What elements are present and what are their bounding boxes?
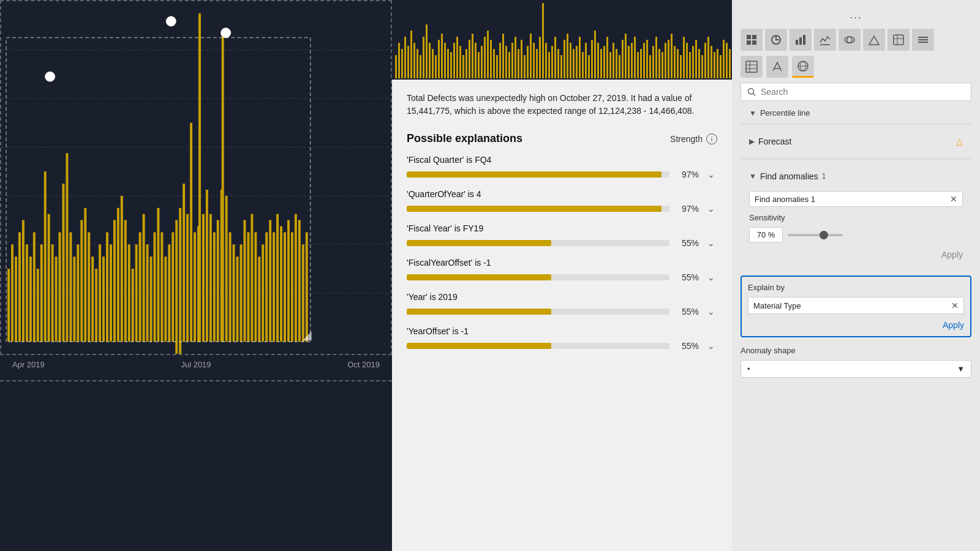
info-icon[interactable]: i [706, 133, 717, 144]
svg-rect-113 [444, 43, 446, 78]
svg-rect-75 [251, 214, 253, 342]
svg-point-216 [845, 37, 854, 43]
anomalies-apply-button[interactable]: Apply [749, 247, 963, 262]
svg-rect-129 [493, 49, 495, 78]
vis-icon-1[interactable] [741, 29, 763, 51]
svg-rect-70 [233, 244, 235, 342]
svg-rect-171 [622, 40, 624, 78]
svg-rect-119 [462, 55, 464, 78]
vis-icon-2[interactable] [765, 29, 787, 51]
svg-rect-120 [466, 49, 467, 78]
svg-rect-183 [658, 49, 660, 78]
vis-icon-8[interactable] [912, 29, 934, 51]
vis-icon-4[interactable] [814, 29, 836, 51]
svg-rect-21 [59, 232, 61, 342]
svg-rect-162 [594, 31, 596, 78]
svg-rect-161 [591, 40, 593, 78]
svg-rect-88 [298, 220, 301, 342]
expand-explanation-button[interactable]: ⌄ [705, 168, 717, 181]
find-anomalies-close-icon[interactable]: ✕ [950, 194, 957, 204]
sensitivity-row: Sensitivity [749, 213, 963, 222]
svg-rect-187 [671, 34, 673, 78]
format-tool-icon[interactable] [766, 56, 788, 78]
anomaly-shape-select[interactable]: • ▼ [741, 360, 971, 378]
explain-by-input-row[interactable]: Material Type ✕ [748, 297, 964, 314]
svg-rect-51 [168, 244, 170, 342]
analytics-tool-icon[interactable] [792, 56, 814, 78]
svg-rect-164 [600, 49, 602, 78]
anomaly-shape-section: Anomaly shape • ▼ [732, 341, 980, 383]
find-anomalies-input-row[interactable]: Find anomalies 1 ✕ [749, 191, 963, 207]
sensitivity-slider-thumb[interactable] [820, 231, 828, 239]
x-axis: Apr 2019 Jul 2019 Oct 2019 [0, 355, 392, 374]
explain-by-apply-button[interactable]: Apply [748, 319, 964, 331]
svg-rect-154 [570, 43, 571, 78]
expand-explanation-button[interactable]: ⌄ [705, 237, 717, 249]
search-input[interactable] [761, 87, 965, 97]
svg-rect-145 [542, 3, 544, 78]
expand-explanation-button[interactable]: ⌄ [705, 203, 717, 215]
anomalies-content: Find anomalies 1 ✕ Sensitivity 70 % Appl… [749, 186, 963, 264]
svg-rect-31 [95, 269, 97, 342]
svg-rect-149 [554, 37, 556, 78]
svg-rect-135 [511, 43, 513, 78]
svg-rect-169 [616, 49, 617, 78]
svg-rect-41 [132, 269, 134, 342]
find-anomalies-header[interactable]: ▼ Find anomalies 1 [749, 167, 963, 186]
vis-icon-3[interactable] [790, 29, 812, 51]
percentile-header[interactable]: ▼ Percentile line [749, 108, 963, 118]
expand-explanation-button[interactable]: ⌄ [705, 305, 717, 318]
svg-rect-101 [407, 46, 409, 78]
sensitivity-value[interactable]: 70 % [749, 227, 783, 242]
svg-rect-175 [634, 37, 636, 78]
svg-rect-112 [441, 34, 443, 78]
svg-rect-204 [723, 40, 725, 78]
svg-rect-182 [655, 37, 657, 78]
sensitivity-slider[interactable] [788, 234, 843, 236]
explanation-bar-row: 55% ⌄ [407, 340, 717, 352]
svg-rect-53 [175, 220, 178, 354]
expand-explanation-button[interactable]: ⌄ [705, 340, 717, 352]
bar-fill [407, 309, 551, 315]
svg-rect-33 [102, 257, 105, 342]
svg-rect-170 [619, 55, 620, 78]
svg-rect-214 [803, 35, 805, 45]
x-label-jul: Jul 2019 [181, 360, 211, 369]
explain-by-close-icon[interactable]: ✕ [951, 301, 959, 310]
svg-rect-97 [395, 55, 397, 78]
shape-select-chevron-icon: ▼ [957, 364, 965, 373]
svg-rect-16 [40, 244, 43, 342]
vis-icon-7[interactable] [888, 29, 910, 51]
percentile-label: Percentile line [760, 108, 810, 118]
vis-icon-6[interactable] [863, 29, 885, 51]
shape-select-value: • [747, 364, 750, 373]
svg-rect-52 [172, 232, 174, 342]
vis-icon-5[interactable] [839, 29, 861, 51]
more-options-icon[interactable]: ... [741, 6, 971, 24]
svg-rect-186 [668, 40, 669, 78]
forecast-header[interactable]: ▶ Forecast △ [749, 132, 963, 151]
svg-rect-193 [689, 52, 691, 78]
svg-rect-61 [202, 214, 205, 342]
explanation-label: 'FiscalYearOffset' is -1 [407, 258, 717, 268]
table-tool-icon[interactable] [741, 56, 763, 78]
explanation-bar-row: 55% ⌄ [407, 305, 717, 318]
svg-rect-23 [66, 153, 68, 342]
svg-rect-13 [29, 257, 32, 342]
find-anomalies-badge: 1 [822, 172, 826, 181]
svg-rect-212 [796, 40, 798, 45]
bar-track [407, 343, 669, 349]
svg-rect-18 [48, 214, 50, 342]
expand-explanation-button[interactable]: ⌄ [705, 271, 717, 283]
right-panel: ... [732, 0, 980, 551]
search-box[interactable] [741, 83, 971, 101]
svg-rect-159 [585, 43, 587, 78]
svg-rect-89 [302, 244, 304, 342]
svg-rect-143 [536, 49, 538, 78]
svg-rect-11 [22, 220, 24, 342]
svg-rect-62 [206, 190, 208, 342]
svg-rect-114 [447, 49, 449, 78]
svg-rect-15 [37, 269, 39, 342]
svg-rect-155 [573, 49, 575, 78]
find-anomalies-section: ▼ Find anomalies 1 Find anomalies 1 ✕ Se… [741, 163, 971, 268]
